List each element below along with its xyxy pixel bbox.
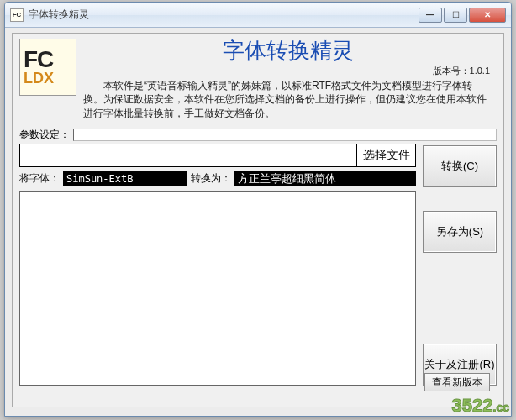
titlebar[interactable]: FC 字体转换精灵 xyxy=(5,3,511,28)
params-input[interactable] xyxy=(73,129,497,141)
to-font-input[interactable] xyxy=(234,171,416,186)
spacer xyxy=(423,276,497,320)
header-area: FC LDX 字体转换精灵 版本号：1.0.1 本软件是“英语音标输入精灵”的姊… xyxy=(13,34,503,124)
app-window: FC 字体转换精灵 FC LDX 字体转换精灵 版本号：1.0.1 本软件是“英… xyxy=(4,2,512,417)
version-value: 1.0.1 xyxy=(470,66,490,76)
version-label: 版本号： xyxy=(433,66,470,76)
close-button[interactable] xyxy=(469,8,506,23)
check-new-version-button[interactable]: 查看新版本 xyxy=(424,373,490,391)
window-title: 字体转换精灵 xyxy=(29,8,419,22)
app-title: 字体转换精灵 xyxy=(80,39,497,63)
logo-line1: FC xyxy=(24,49,53,71)
saveas-button[interactable]: 另存为(S) xyxy=(423,211,497,253)
right-column: 转换(C) 另存为(S) 关于及注册(R) xyxy=(423,144,497,386)
logo: FC LDX xyxy=(19,39,76,96)
from-font-label: 将字体： xyxy=(19,171,63,186)
file-row: 选择文件 xyxy=(19,144,416,167)
output-area[interactable] xyxy=(19,191,416,386)
dialog-body: FC LDX 字体转换精灵 版本号：1.0.1 本软件是“英语音标输入精灵”的姊… xyxy=(12,33,504,407)
main-area: 选择文件 将字体： 转换为： 转换(C) 另存为(S) 关于及注册(R) xyxy=(13,144,503,392)
convert-button[interactable]: 转换(C) xyxy=(423,145,497,187)
from-font-input[interactable] xyxy=(63,171,187,186)
params-row: 参数设定： xyxy=(13,124,503,144)
maximize-button[interactable] xyxy=(444,8,467,23)
logo-line2: LDX xyxy=(24,71,54,86)
version-row: 版本号：1.0.1 xyxy=(80,65,497,77)
app-icon: FC xyxy=(10,8,24,22)
font-row: 将字体： 转换为： xyxy=(19,171,416,187)
minimize-button[interactable] xyxy=(419,8,442,23)
description: 本软件是“英语音标输入精灵”的姊妹篇，以标准RTF格式文件为文档模型进行字体转换… xyxy=(80,77,497,121)
file-path-input[interactable] xyxy=(19,144,357,167)
header-content: 字体转换精灵 版本号：1.0.1 本软件是“英语音标输入精灵”的姊妹篇，以标准R… xyxy=(76,39,497,121)
left-column: 选择文件 将字体： 转换为： xyxy=(19,144,416,386)
params-label: 参数设定： xyxy=(19,128,70,142)
window-controls xyxy=(419,8,506,23)
to-font-label: 转换为： xyxy=(187,171,234,186)
choose-file-button[interactable]: 选择文件 xyxy=(357,144,416,167)
